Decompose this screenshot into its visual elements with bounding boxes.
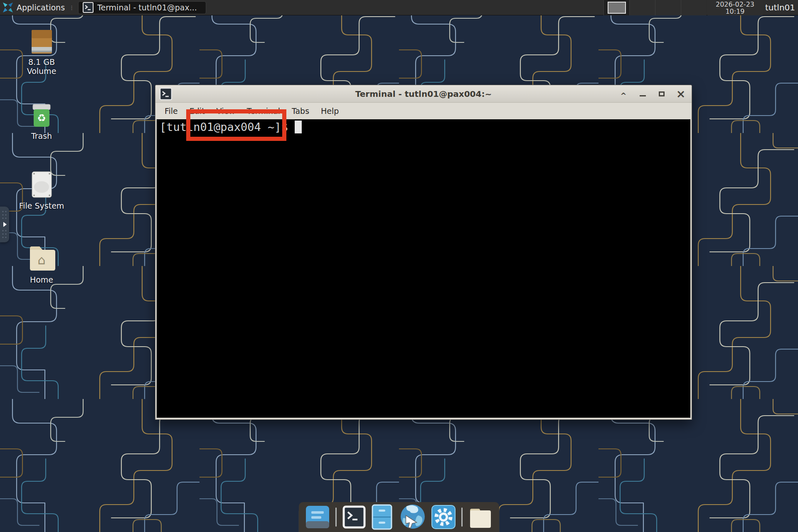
terminal-screen[interactable]: [tutln01@pax004 ~]$ bbox=[157, 119, 690, 418]
red-annotation-rectangle bbox=[186, 109, 286, 141]
terminal-icon bbox=[342, 505, 366, 529]
clock-date: 2026-02-23 bbox=[716, 1, 754, 8]
shade-button[interactable]: ^ bbox=[619, 90, 628, 98]
workspace-2[interactable] bbox=[629, 0, 655, 15]
terminal-cursor bbox=[295, 121, 302, 133]
volume-drive-icon bbox=[28, 29, 55, 56]
window-title: Terminal - tutln01@pax004:~ bbox=[155, 89, 692, 99]
workspace-3[interactable] bbox=[655, 0, 681, 15]
top-panel: Applications ⋮ Terminal - tutln01@pax...… bbox=[0, 0, 798, 15]
web-browser-globe-icon bbox=[398, 504, 426, 530]
menu-help[interactable]: Help bbox=[315, 103, 345, 118]
taskbar-window-label: Terminal - tutln01@pax... bbox=[97, 3, 197, 12]
recycle-glyph: ♻ bbox=[37, 112, 46, 124]
panel-clock[interactable]: 2026-02-23 10:19 bbox=[707, 0, 763, 15]
desktop-icon-label: Trash bbox=[31, 131, 52, 141]
home-folder-icon: ⌂ bbox=[26, 243, 57, 273]
applications-menu-button[interactable]: Applications bbox=[0, 0, 69, 15]
desktop-icon-filesystem[interactable]: File System bbox=[11, 170, 72, 211]
filesystem-drive-icon bbox=[28, 170, 55, 200]
minimize-button[interactable] bbox=[638, 90, 647, 98]
house-glyph: ⌂ bbox=[37, 253, 45, 267]
desktop-icon-label: Volume bbox=[27, 66, 57, 76]
settings-gear-icon bbox=[431, 505, 456, 529]
desktop-icon-volume[interactable]: 8.1 GB Volume bbox=[11, 29, 72, 76]
workspace-4[interactable] bbox=[681, 0, 707, 15]
show-desktop-icon bbox=[305, 505, 330, 529]
applications-menu-label: Applications bbox=[17, 3, 65, 12]
desktop-icon-home[interactable]: ⌂ Home bbox=[11, 243, 72, 285]
panel-grip-icon: ⋮ bbox=[69, 5, 74, 11]
workspace-window-thumb bbox=[608, 2, 626, 14]
file-cabinet-icon bbox=[372, 504, 392, 530]
maximize-icon bbox=[659, 91, 665, 96]
desktop-icon-label: 8.1 GB bbox=[28, 57, 55, 67]
terminal-titlebar[interactable]: Terminal - tutln01@pax004:~ ^ × bbox=[155, 85, 692, 103]
applications-menu-icon bbox=[2, 2, 13, 13]
trash-icon: ♻ bbox=[28, 103, 55, 130]
clock-time: 10:19 bbox=[725, 8, 744, 15]
hidden-panel-handle[interactable] bbox=[0, 207, 9, 242]
close-button[interactable]: × bbox=[677, 90, 685, 98]
dock-file-manager-button[interactable] bbox=[372, 504, 392, 530]
maximize-button[interactable] bbox=[658, 90, 666, 98]
panel-username: tutln01 bbox=[765, 0, 795, 15]
dock-separator bbox=[461, 507, 463, 527]
dock-show-desktop-button[interactable] bbox=[305, 505, 330, 529]
dock-separator bbox=[335, 507, 337, 527]
dock-settings-button[interactable] bbox=[431, 505, 456, 529]
menu-tabs[interactable]: Tabs bbox=[286, 103, 315, 118]
dock bbox=[299, 502, 499, 532]
menu-file[interactable]: File bbox=[159, 103, 184, 118]
dock-web-browser-button[interactable] bbox=[398, 504, 426, 530]
desktop-icon-label: File System bbox=[19, 201, 64, 211]
workspace-switcher bbox=[603, 0, 707, 15]
taskbar-window-button[interactable]: Terminal - tutln01@pax... bbox=[78, 1, 206, 14]
minimize-icon bbox=[640, 95, 646, 96]
dock-file-folder-button[interactable] bbox=[468, 505, 493, 529]
terminal-icon bbox=[83, 2, 94, 13]
folder-icon bbox=[468, 505, 493, 529]
desktop-icon-label: Home bbox=[30, 275, 53, 285]
panel-handle-icon bbox=[0, 207, 9, 242]
dock-terminal-button[interactable] bbox=[342, 505, 366, 529]
desktop-icon-trash[interactable]: ♻ Trash bbox=[11, 103, 72, 141]
workspace-1[interactable] bbox=[603, 0, 629, 15]
